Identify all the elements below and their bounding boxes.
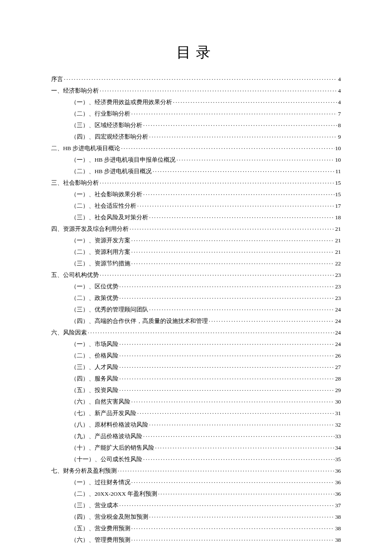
toc-leader-dots — [100, 87, 337, 93]
toc-row: （八）、原材料价格波动风险32 — [51, 421, 341, 427]
toc-entry-page: 10 — [335, 145, 341, 151]
toc-leader-dots — [131, 478, 334, 484]
toc-row: （九）、产品价格波动风险33 — [51, 432, 341, 439]
toc-entry-page: 24 — [335, 307, 341, 313]
toc-entry-label: （一）、HB 步进电机项目申报单位概况 — [71, 157, 176, 163]
toc-leader-dots — [131, 236, 334, 242]
toc-leader-dots — [119, 386, 334, 392]
toc-entry-page: 17 — [335, 203, 341, 209]
toc-entry-label: （二）、资源利用方案 — [71, 249, 130, 255]
toc-entry-page: 29 — [335, 387, 341, 393]
toc-leader-dots — [143, 455, 334, 461]
toc-row: 二、HB 步进电机项目概论10 — [51, 144, 341, 151]
toc-entry-page: 4 — [338, 76, 341, 82]
toc-leader-dots — [173, 98, 337, 104]
toc-row: （四）、服务风险28 — [51, 375, 341, 381]
toc-list: 序言4一、经济影响分析4（一）、经济费用效益或费用效果分析4（二）、行业影响分析… — [51, 75, 341, 543]
toc-row: （一）、社会影响效果分析15 — [51, 190, 341, 197]
toc-entry-page: 23 — [335, 295, 341, 301]
toc-leader-dots — [149, 421, 334, 427]
toc-entry-page: 36 — [335, 479, 341, 485]
toc-entry-page: 18 — [335, 215, 341, 221]
toc-leader-dots — [155, 444, 334, 450]
toc-entry-page: 10 — [335, 157, 341, 163]
toc-leader-dots — [153, 167, 334, 173]
toc-leader-dots — [130, 225, 334, 231]
toc-entry-label: （一）、社会影响效果分析 — [71, 192, 142, 198]
toc-entry-label: （三）、资源节约措施 — [71, 261, 130, 267]
toc-row: （三）、营业成本37 — [51, 501, 341, 508]
toc-entry-label: 三、社会影响分析 — [51, 180, 99, 186]
toc-row: （一）、HB 步进电机项目申报单位概况10 — [51, 156, 341, 163]
toc-entry-label: （五）、投资风险 — [71, 387, 118, 393]
toc-leader-dots — [149, 513, 334, 519]
toc-entry-label: （三）、人才风险 — [71, 364, 118, 370]
toc-leader-dots — [119, 352, 334, 357]
toc-row: （三）、人才风险27 — [51, 363, 341, 370]
toc-row: （二）、政策优势23 — [51, 294, 341, 301]
toc-entry-label: （二）、社会适应性分析 — [71, 203, 136, 209]
toc-entry-label: （五）、营业费用预测 — [71, 526, 130, 532]
toc-entry-page: 22 — [335, 261, 341, 267]
toc-entry-label: （二）、20XX-2OXX 年盈利预测 — [71, 491, 157, 497]
toc-row: （十一）、公司成长性风险35 — [51, 455, 341, 462]
toc-leader-dots — [158, 490, 334, 496]
toc-leader-dots — [100, 179, 334, 185]
toc-leader-dots — [131, 248, 334, 254]
toc-leader-dots — [137, 202, 334, 208]
toc-leader-dots — [119, 282, 334, 288]
toc-entry-page: 28 — [335, 376, 341, 382]
toc-row: （三）、资源节约措施22 — [51, 259, 341, 266]
toc-leader-dots — [176, 156, 334, 162]
toc-entry-page: 32 — [335, 422, 341, 428]
toc-row: 一、经济影响分析4 — [51, 87, 341, 93]
toc-entry-label: 一、经济影响分析 — [51, 88, 99, 94]
toc-row: （二）、行业影响分析7 — [51, 110, 341, 116]
toc-entry-page: 21 — [335, 226, 341, 232]
toc-entry-label: （二）、HB 步进电机项目概况 — [71, 169, 152, 174]
toc-row: 四、资源开发及综合利用分析21 — [51, 225, 341, 232]
toc-row: 七、财务分析及盈利预测36 — [51, 467, 341, 474]
toc-leader-dots — [100, 271, 334, 277]
toc-entry-page: 23 — [335, 284, 341, 290]
toc-entry-label: （一）、市场风险 — [71, 341, 118, 347]
toc-entry-page: 30 — [335, 399, 341, 405]
toc-entry-page: 21 — [335, 249, 341, 255]
toc-entry-page: 15 — [335, 180, 341, 186]
toc-row: （二）、资源利用方案21 — [51, 248, 341, 255]
toc-leader-dots — [119, 340, 334, 346]
toc-entry-label: （六）、管理费用预测 — [71, 537, 130, 543]
toc-row: （五）、营业费用预测38 — [51, 524, 341, 531]
toc-title: 目录 — [51, 43, 341, 62]
toc-row: （二）、HB 步进电机项目概况11 — [51, 167, 341, 174]
toc-leader-dots — [131, 259, 334, 265]
toc-row: （一）、市场风险24 — [51, 340, 341, 347]
toc-leader-dots — [131, 536, 334, 542]
toc-entry-label: （二）、价格风险 — [71, 353, 118, 359]
toc-entry-label: （二）、政策优势 — [71, 295, 118, 301]
toc-row: （三）、社会风险及对策分析18 — [51, 213, 341, 220]
toc-entry-label: （四）、四宏观经济影响分析 — [71, 134, 148, 140]
toc-entry-label: （一）、过往财务情况 — [71, 479, 130, 485]
toc-entry-page: 35 — [335, 456, 341, 462]
toc-leader-dots — [209, 317, 334, 323]
toc-leader-dots — [118, 467, 334, 473]
toc-row: 六、风险因素24 — [51, 328, 341, 335]
toc-entry-page: 24 — [335, 318, 341, 324]
toc-leader-dots — [143, 432, 334, 438]
toc-entry-page: 9 — [338, 134, 341, 140]
toc-leader-dots — [119, 375, 334, 381]
toc-row: （四）、高端的合作伙伴，高质量的设施技术和管理24 — [51, 317, 341, 324]
toc-leader-dots — [143, 121, 337, 127]
toc-leader-dots — [149, 305, 334, 311]
toc-row: 三、社会影响分析15 — [51, 179, 341, 186]
toc-row: （一）、经济费用效益或费用效果分析4 — [51, 98, 341, 105]
toc-entry-label: （一）、区位优势 — [71, 284, 118, 290]
toc-entry-label: 二、HB 步进电机项目概论 — [51, 145, 120, 151]
toc-leader-dots — [131, 110, 337, 116]
toc-entry-label: （四）、营业税金及附加预测 — [71, 514, 148, 520]
toc-row: （四）、四宏观经济影响分析9 — [51, 133, 341, 139]
toc-entry-page: 24 — [335, 341, 341, 347]
toc-row: （五）、投资风险29 — [51, 386, 341, 393]
toc-entry-label: 五、公司机构优势 — [51, 272, 99, 278]
